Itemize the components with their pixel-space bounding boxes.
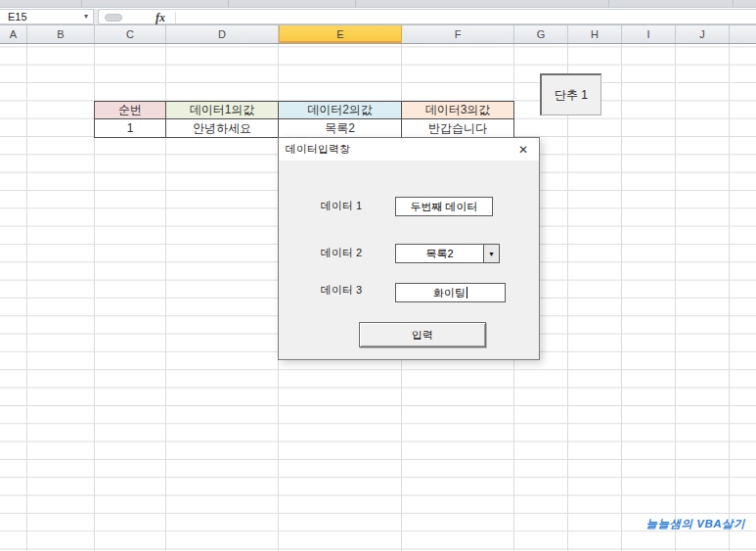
data1-value: 두번째 데이터 <box>410 200 477 214</box>
field-label-data1: 데이터 1 <box>321 199 389 213</box>
field-label-data2: 데이터 2 <box>321 246 389 260</box>
data3-value: 화이팅 <box>433 286 466 300</box>
ribbon-divider <box>355 0 356 8</box>
formula-bar-row: E15 ▾ fx <box>0 9 756 25</box>
column-header-b[interactable]: B <box>27 25 95 43</box>
close-icon[interactable]: ✕ <box>515 142 531 158</box>
data2-value: 목록2 <box>396 245 483 262</box>
table-header-cell[interactable]: 데이터1의값 <box>166 102 279 119</box>
column-header-i[interactable]: I <box>622 25 676 43</box>
ribbon-divider <box>81 0 82 8</box>
field-label-data3: 데이터 3 <box>321 283 389 298</box>
formula-input[interactable] <box>177 10 756 25</box>
table-header-cell[interactable]: 데이터2의값 <box>279 102 402 119</box>
ribbon-divider <box>608 0 609 8</box>
ribbon-divider <box>733 0 734 8</box>
table-header-cell[interactable]: 순번 <box>95 102 166 119</box>
column-header-d[interactable]: D <box>166 25 279 43</box>
data1-input[interactable]: 두번째 데이터 <box>395 197 493 216</box>
name-box[interactable]: E15 ▾ <box>0 9 94 24</box>
dialog-title: 데이터입력창 <box>286 142 350 157</box>
data2-combobox[interactable]: 목록2 ▼ <box>395 244 500 263</box>
table-header-cell[interactable]: 데이터3의값 <box>402 102 513 119</box>
chevron-down-icon: ▼ <box>488 251 495 257</box>
column-header-e-selected[interactable]: E <box>279 25 402 43</box>
data-table: 순번 데이터1의값 데이터2의값 데이터3의값 1 안녕하세요 목록2 반갑습니… <box>94 101 514 138</box>
column-header-g[interactable]: G <box>514 25 568 43</box>
name-box-value: E15 <box>8 11 27 23</box>
column-header-j[interactable]: J <box>676 25 730 43</box>
column-header-a[interactable]: A <box>0 25 27 43</box>
table-value-cell[interactable]: 1 <box>95 119 166 137</box>
name-box-dropdown-icon[interactable]: ▾ <box>84 12 88 21</box>
sheet-button-danchu1[interactable]: 단추 1 <box>540 73 601 115</box>
data3-input[interactable]: 화이팅 <box>395 283 506 302</box>
data-entry-dialog: 데이터입력창 ✕ 데이터 1 두번째 데이터 데이터 2 목록2 ▼ 데이터 3… <box>278 137 540 360</box>
column-headers: A B C D E F G H I J <box>0 25 756 44</box>
table-value-cell[interactable]: 목록2 <box>279 119 402 137</box>
column-header-partial[interactable] <box>730 25 756 43</box>
submit-button[interactable]: 입력 <box>359 322 486 347</box>
formula-bar-handle <box>105 14 122 22</box>
ribbon-divider <box>228 0 229 8</box>
text-cursor <box>467 287 467 298</box>
watermark: 늘늘샘의 VBA살기 <box>646 517 745 531</box>
formula-bar-separator <box>175 12 176 23</box>
sheet-button-label: 단추 1 <box>555 87 588 104</box>
excel-window: E15 ▾ fx A B C D E F G H I J 순번 데이터1의값 데… <box>0 0 756 551</box>
table-value-cell[interactable]: 안녕하세요 <box>166 119 279 137</box>
formula-bar: fx <box>98 9 756 24</box>
column-header-f[interactable]: F <box>402 25 514 43</box>
submit-button-label: 입력 <box>412 328 433 343</box>
combo-dropdown-button[interactable]: ▼ <box>483 245 499 262</box>
table-value-cell[interactable]: 반갑습니다 <box>402 119 513 137</box>
column-header-h[interactable]: H <box>568 25 622 43</box>
column-header-c[interactable]: C <box>95 25 166 43</box>
ribbon-bottom-edge <box>0 0 756 8</box>
dialog-title-bar[interactable]: 데이터입력창 <box>279 138 539 161</box>
insert-function-icon[interactable]: fx <box>156 10 165 25</box>
